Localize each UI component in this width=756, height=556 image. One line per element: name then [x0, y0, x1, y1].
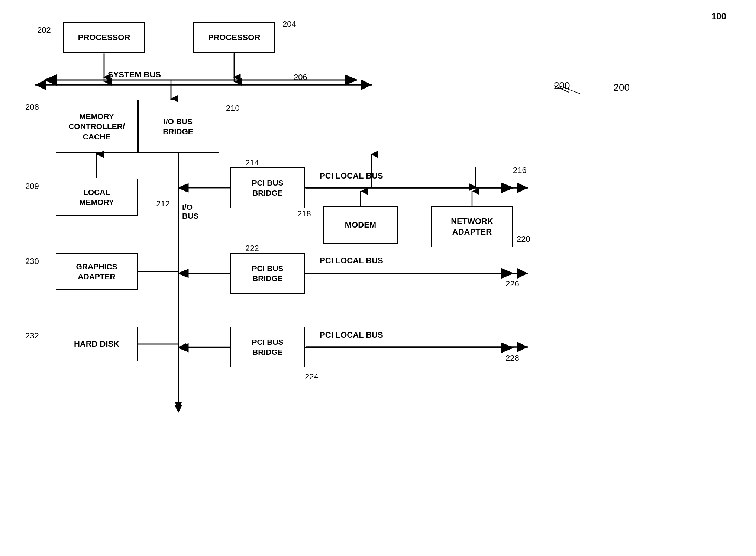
hard-disk-box: HARD DISK: [56, 327, 138, 361]
io-bus-label: I/OBUS: [182, 203, 198, 221]
graphics-adapter-ref: 230: [25, 257, 39, 266]
system-bus-ref: 206: [294, 73, 307, 82]
processor2-box: PROCESSOR: [193, 22, 275, 53]
io-bus-ref: 212: [156, 199, 170, 209]
pci-local-bus2-ref: 226: [505, 279, 519, 289]
local-memory-ref: 209: [25, 181, 39, 191]
graphics-adapter-box: GRAPHICSADAPTER: [56, 253, 138, 290]
network-adapter-box: NETWORKADAPTER: [431, 206, 513, 247]
pci-bus-bridge3-ref: 224: [305, 372, 319, 382]
modem-box: MODEM: [323, 206, 398, 244]
system-bus-label: SYSTEM BUS: [108, 70, 161, 80]
pci-bus-bridge1-ref: 214: [245, 158, 259, 168]
processor1-box: PROCESSOR: [63, 22, 145, 53]
pci-bus-bridge3-box: PCI BUSBRIDGE: [230, 327, 305, 367]
page-number: 100: [711, 11, 726, 22]
memory-controller-box: MEMORYCONTROLLER/CACHE: [56, 100, 138, 153]
modem-ref: 218: [297, 209, 311, 219]
pci-local-bus1-ref: 216: [513, 165, 527, 175]
hard-disk-ref: 232: [25, 331, 39, 341]
pci-local-bus3-label: PCI LOCAL BUS: [320, 330, 383, 340]
memory-controller-ref: 208: [25, 102, 39, 112]
local-memory-box: LOCALMEMORY: [56, 179, 138, 216]
network-adapter-ref: 220: [517, 234, 530, 244]
pci-bus-bridge2-box: PCI BUSBRIDGE: [230, 253, 305, 294]
diagram-ref-200: 200: [614, 82, 630, 93]
diagram-container: 100 200: [0, 0, 756, 556]
processor1-ref: 202: [37, 25, 51, 35]
pci-local-bus3-ref: 228: [505, 353, 519, 363]
pci-bus-bridge1-box: PCI BUSBRIDGE: [230, 167, 305, 208]
io-bus-bridge-top-ref: 210: [226, 103, 240, 113]
diagram-200-ref: 200: [554, 80, 570, 91]
svg-marker-14: [175, 402, 182, 409]
pci-bus-bridge2-ref: 222: [245, 244, 259, 253]
pci-local-bus2-label: PCI LOCAL BUS: [320, 256, 383, 266]
processor2-ref: 204: [282, 19, 296, 29]
pci-local-bus1-label: PCI LOCAL BUS: [320, 171, 383, 181]
io-bus-bridge-top-box: I/O BUSBRIDGE: [138, 100, 219, 153]
